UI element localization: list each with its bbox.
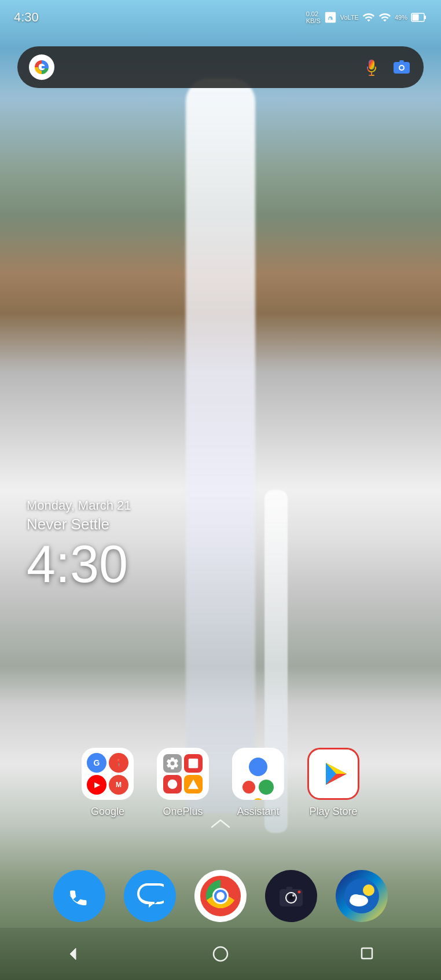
app-item-assistant[interactable]: Assistant bbox=[232, 748, 284, 818]
svg-point-29 bbox=[289, 896, 293, 899]
chrome-icon bbox=[200, 875, 241, 917]
oneplus-icon-grid bbox=[160, 751, 206, 797]
assistant-app-label: Assistant bbox=[237, 806, 279, 818]
volte-indicator: VoLTE bbox=[340, 14, 359, 21]
google-search-bar[interactable]: G bbox=[17, 46, 424, 88]
svg-point-30 bbox=[292, 894, 295, 897]
app-drawer-arrow[interactable] bbox=[209, 817, 232, 831]
svg-point-38 bbox=[214, 947, 227, 961]
dock-messages[interactable] bbox=[124, 870, 176, 922]
recents-button[interactable] bbox=[358, 945, 377, 963]
date-time-widget: Monday, March 21 Never Settle 4:30 bbox=[27, 498, 131, 590]
app-item-google[interactable]: G 📍 ▶ M Google bbox=[82, 748, 134, 818]
phone-icon bbox=[65, 882, 93, 910]
voice-search-button[interactable] bbox=[361, 57, 382, 78]
svg-rect-13 bbox=[188, 759, 198, 769]
wifi-icon bbox=[362, 11, 375, 24]
google-icon-grid: G 📍 ▶ M bbox=[84, 751, 131, 797]
svg-rect-12 bbox=[399, 60, 404, 63]
playstore-logo bbox=[313, 754, 354, 794]
assistant-blue-dot bbox=[249, 758, 267, 776]
app-grid: G 📍 ▶ M Google bbox=[0, 748, 441, 818]
settings-icon-cell bbox=[163, 754, 182, 773]
google-maps-icon: 📍 bbox=[109, 753, 128, 773]
oneplus-app-label: OnePlus bbox=[163, 806, 203, 818]
widget-date: Monday, March 21 bbox=[27, 498, 131, 513]
oneplus-orange-icon bbox=[184, 775, 203, 793]
assistant-yellow-dot bbox=[252, 798, 264, 800]
widget-time: 4:30 bbox=[27, 538, 131, 590]
nfc-icon bbox=[324, 11, 337, 24]
svg-point-14 bbox=[168, 779, 178, 789]
battery-icon bbox=[411, 12, 427, 23]
google-logo: G bbox=[29, 54, 54, 80]
svg-point-32 bbox=[298, 891, 301, 894]
google-app-label: Google bbox=[91, 806, 124, 818]
svg-rect-1 bbox=[413, 14, 419, 21]
messages-icon bbox=[136, 882, 164, 910]
dock-phone[interactable] bbox=[53, 870, 105, 922]
svg-point-36 bbox=[350, 894, 362, 904]
search-right-icons bbox=[361, 57, 412, 78]
status-bar: 4:30 0.02KB/S VoLTE 49% bbox=[0, 0, 441, 35]
dock bbox=[0, 870, 441, 922]
weather-icon bbox=[344, 879, 379, 913]
youtube-icon: ▶ bbox=[87, 775, 106, 795]
status-time: 4:30 bbox=[14, 10, 39, 25]
svg-rect-39 bbox=[362, 948, 372, 959]
oneplus-icon-cell3 bbox=[163, 775, 182, 793]
playstore-app-icon bbox=[307, 748, 359, 800]
svg-marker-15 bbox=[188, 779, 198, 789]
back-button[interactable] bbox=[64, 945, 83, 963]
wallpaper bbox=[0, 0, 441, 980]
app-item-playstore[interactable]: Play Store bbox=[307, 748, 359, 818]
google-g-icon: G bbox=[87, 753, 106, 773]
svg-rect-7 bbox=[371, 72, 372, 75]
home-button[interactable] bbox=[211, 945, 230, 963]
svg-rect-31 bbox=[286, 887, 292, 890]
dock-weather[interactable] bbox=[336, 870, 388, 922]
app-item-oneplus[interactable]: OnePlus bbox=[157, 748, 209, 818]
svg-point-11 bbox=[400, 66, 403, 70]
google-app-icon: G 📍 ▶ M bbox=[82, 748, 134, 800]
nav-bar bbox=[0, 928, 441, 980]
data-speed: 0.02KB/S bbox=[306, 10, 321, 24]
svg-rect-8 bbox=[369, 75, 374, 76]
svg-rect-6 bbox=[42, 66, 49, 68]
dock-camera[interactable] bbox=[265, 870, 317, 922]
oneplus-red-icon bbox=[184, 754, 203, 773]
svg-marker-37 bbox=[70, 948, 76, 960]
svg-rect-2 bbox=[424, 16, 426, 19]
svg-point-34 bbox=[363, 884, 374, 896]
oneplus-app-icon bbox=[157, 748, 209, 800]
assistant-green-dot bbox=[259, 780, 274, 795]
dock-chrome[interactable] bbox=[194, 870, 247, 922]
battery-percent: 49% bbox=[395, 14, 407, 21]
assistant-app-icon bbox=[232, 748, 284, 800]
gmail-icon: M bbox=[109, 775, 128, 795]
assistant-dots bbox=[237, 753, 279, 795]
widget-slogan: Never Settle bbox=[27, 515, 131, 533]
camera-search-button[interactable] bbox=[391, 57, 412, 78]
signal-icon bbox=[378, 11, 391, 24]
svg-point-25 bbox=[216, 892, 225, 900]
playstore-app-label: Play Store bbox=[309, 806, 357, 818]
status-icons: 0.02KB/S VoLTE 49% bbox=[306, 10, 427, 24]
camera-dock-icon bbox=[277, 882, 305, 910]
assistant-red-dot bbox=[242, 781, 255, 793]
